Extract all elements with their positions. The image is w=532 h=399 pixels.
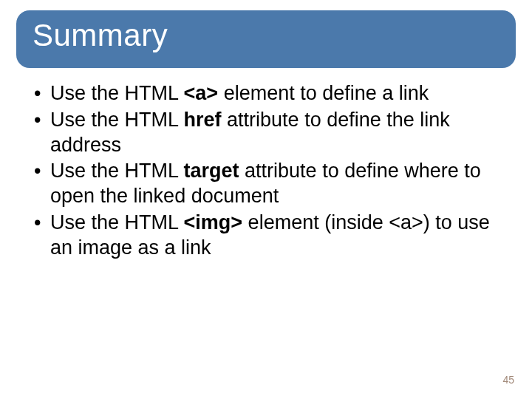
bullet-text-pre: Use the HTML	[50, 82, 184, 104]
list-item: Use the HTML href attribute to define th…	[30, 108, 502, 158]
list-item: Use the HTML <img> element (inside <a>) …	[30, 211, 502, 261]
bullet-text-bold: <img>	[184, 211, 243, 233]
list-item: Use the HTML <a> element to define a lin…	[30, 81, 502, 106]
bullet-text-bold: target	[184, 160, 239, 182]
bullet-text-bold: href	[184, 109, 222, 131]
bullet-text-bold: <a>	[184, 82, 219, 104]
title-bar: Summary	[16, 10, 516, 68]
page-number: 45	[502, 374, 514, 386]
bullet-list: Use the HTML <a> element to define a lin…	[30, 81, 502, 260]
bullet-text-pre: Use the HTML	[50, 160, 184, 182]
slide-body: Use the HTML <a> element to define a lin…	[30, 81, 502, 260]
bullet-text-pre: Use the HTML	[50, 211, 184, 233]
list-item: Use the HTML target attribute to define …	[30, 159, 502, 209]
bullet-text-pre: Use the HTML	[50, 109, 184, 131]
slide-title: Summary	[33, 18, 499, 53]
bullet-text-post: element to define a link	[218, 82, 429, 104]
